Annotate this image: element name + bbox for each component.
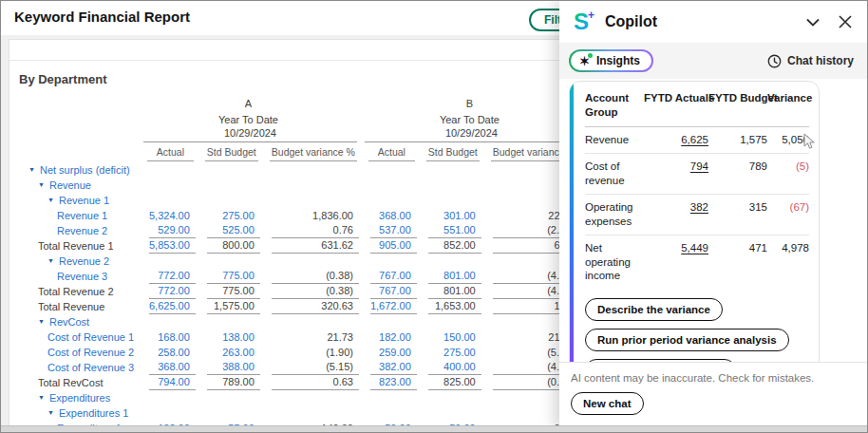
table-row: Total Revenue 15,853.00800.00631.62905.0… <box>9 238 647 254</box>
row-label-cell: ▼Revenue 1 <box>9 193 138 208</box>
account-row-label[interactable]: Cost of Revenue 3 <box>47 362 134 373</box>
insights-button[interactable]: ✶ Insights <box>569 49 653 72</box>
chat-history-button[interactable]: Chat history <box>762 53 859 69</box>
value-link-cell[interactable]: 6,625.00 <box>138 299 196 314</box>
row-label-cell: Revenue 2 <box>9 223 138 238</box>
collapse-triangle-icon[interactable]: ▼ <box>28 166 35 173</box>
total-row-label: Total Revenue 1 <box>38 240 114 252</box>
row-label-cell: ▼Net surplus (deficit) <box>9 162 138 178</box>
insight-column-header: Variance <box>767 89 809 126</box>
value-link-cell[interactable]: 537.00 <box>359 223 417 238</box>
value-link-cell[interactable]: 382.00 <box>359 360 417 375</box>
value-link-cell[interactable]: 275.00 <box>417 345 481 360</box>
value-link-cell[interactable]: 905.00 <box>359 238 417 254</box>
insight-row: Net operating income5,4494714,978 <box>585 235 809 289</box>
value-link-cell[interactable]: 767.00 <box>359 284 417 299</box>
collapse-triangle-icon[interactable]: ▼ <box>47 197 54 203</box>
value-link-cell[interactable]: 388.00 <box>196 360 260 375</box>
account-row-label[interactable]: Revenue 1 <box>57 210 107 221</box>
collapse-triangle-icon[interactable]: ▼ <box>38 394 45 401</box>
value-link-cell[interactable]: 263.00 <box>196 345 260 360</box>
account-row-label[interactable]: Cost of Revenue 1 <box>47 331 134 343</box>
collapse-triangle-icon[interactable]: ▼ <box>47 409 54 416</box>
table-row: Total Revenue6,625.001,575.00320.631,672… <box>9 299 647 314</box>
value-link-cell[interactable]: 823.00 <box>359 375 417 390</box>
value-link-cell[interactable]: 168.00 <box>138 329 196 345</box>
collapse-panel-button[interactable] <box>804 16 821 28</box>
suggestion-button[interactable]: Run prior period variance analysis <box>585 329 789 351</box>
suggestion-button[interactable]: Describe the variance <box>585 298 723 321</box>
value-link-cell[interactable]: 1,672.00 <box>359 299 417 314</box>
table-row: ▼RevCost <box>9 314 647 329</box>
total-row-label: Total RevCost <box>38 377 103 388</box>
report-period-row: Year To DateYear To Date <box>9 111 647 127</box>
subcolumn-header: Std Budget <box>196 145 260 162</box>
group-row-label[interactable]: Expenditures <box>49 392 110 404</box>
value-link-cell[interactable]: 275.00 <box>196 208 260 223</box>
value-cell: 0.76 <box>260 223 359 238</box>
group-row-label[interactable]: Net surplus (deficit) <box>40 164 130 176</box>
value-link-cell[interactable]: 525.00 <box>196 223 260 238</box>
value-link-cell[interactable]: 794.00 <box>138 375 196 390</box>
account-row-label[interactable]: Revenue 3 <box>57 271 107 282</box>
insights-label: Insights <box>596 54 640 67</box>
account-row-label[interactable]: Cost of Revenue 2 <box>47 347 134 358</box>
collapse-triangle-icon[interactable]: ▼ <box>38 318 45 325</box>
collapse-triangle-icon[interactable]: ▼ <box>38 181 45 188</box>
group-row-label[interactable]: Revenue 2 <box>59 255 109 267</box>
row-label-cell: ▼Revenue 2 <box>9 254 138 269</box>
value-link-cell[interactable]: 772.00 <box>138 284 196 299</box>
table-row: Cost of Revenue 2258.00263.00(1.90)259.0… <box>9 345 647 360</box>
actuals-drilldown-link[interactable]: 794 <box>690 160 708 172</box>
value-link-cell[interactable]: 775.00 <box>196 269 260 284</box>
value-link-cell[interactable]: 258.00 <box>138 345 196 360</box>
page-title: Keyword Financial Report <box>14 9 190 25</box>
value-link-cell[interactable]: 138.00 <box>196 329 260 345</box>
table-row: ▼Revenue 2 <box>9 254 647 269</box>
row-label-cell: Cost of Revenue 3 <box>9 360 138 375</box>
fytd-budget-cell: 1,575 <box>708 126 767 153</box>
collapse-triangle-icon[interactable]: ▼ <box>47 257 54 264</box>
svg-text:+: + <box>588 9 594 22</box>
value-link-cell[interactable]: 801.00 <box>417 269 481 284</box>
value-link-cell[interactable]: 150.00 <box>417 329 481 345</box>
value-link-cell[interactable]: 772.00 <box>138 269 196 284</box>
row-label-cell: ▼Expenditures <box>9 390 138 405</box>
group-row-label[interactable]: RevCost <box>49 316 89 328</box>
row-label-header <box>9 95 138 111</box>
total-row-label: Total Revenue 2 <box>38 286 114 297</box>
new-chat-button[interactable]: New chat <box>571 392 644 415</box>
column-group-date: 10/29/2024 <box>138 127 359 145</box>
row-label-cell: Total Revenue 1 <box>9 238 138 254</box>
subcolumn-header: Actual <box>359 145 417 162</box>
chat-history-label: Chat history <box>787 54 854 67</box>
value-link-cell[interactable]: 368.00 <box>138 360 196 375</box>
value-link-cell[interactable]: 529.00 <box>138 223 196 238</box>
insight-header-row: Account GroupFYTD ActualsFYTD BudgetVari… <box>585 89 809 126</box>
actuals-drilldown-link[interactable]: 5,449 <box>681 242 708 254</box>
group-row-label[interactable]: Expenditures 1 <box>59 407 128 419</box>
value-link-cell[interactable]: 182.00 <box>359 329 417 345</box>
chevron-down-icon <box>806 18 820 27</box>
insight-row: Cost of revenue794789(5) <box>585 153 809 194</box>
value-link-cell[interactable]: 400.00 <box>417 360 481 375</box>
account-row-label[interactable]: Revenue 2 <box>57 225 107 236</box>
value-link-cell[interactable]: 767.00 <box>359 269 417 284</box>
group-row-label[interactable]: Revenue 1 <box>59 195 109 206</box>
actuals-drilldown-link[interactable]: 6,625 <box>681 134 708 145</box>
value-link-cell[interactable]: 368.00 <box>359 208 417 223</box>
value-link-cell[interactable]: 259.00 <box>359 345 417 360</box>
account-group-cell: Revenue <box>585 126 644 153</box>
group-row-label[interactable]: Revenue <box>49 179 91 191</box>
insight-column-header: FYTD Actuals <box>644 89 708 126</box>
copilot-toolbar: ✶ Insights Chat history <box>559 43 868 79</box>
actuals-drilldown-link[interactable]: 382 <box>690 201 708 213</box>
sage-copilot-logo-icon: S + <box>573 9 597 34</box>
value-link-cell[interactable]: 5,324.00 <box>138 208 196 223</box>
value-link-cell[interactable]: 5,853.00 <box>138 238 196 254</box>
value-cell: 1,836.00 <box>260 208 359 223</box>
row-label-cell: Revenue 3 <box>9 269 138 284</box>
close-panel-button[interactable] <box>837 13 854 30</box>
value-link-cell[interactable]: 551.00 <box>417 223 481 238</box>
value-link-cell[interactable]: 301.00 <box>417 208 481 223</box>
